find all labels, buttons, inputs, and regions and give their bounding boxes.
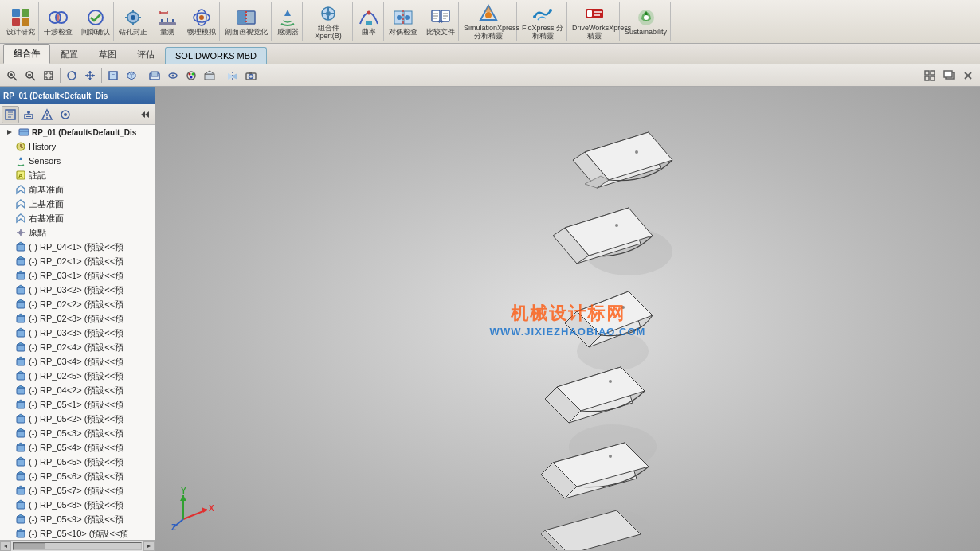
svg-point-22 [199,15,204,20]
tree-rp03-2-icon [14,283,27,296]
driveWorksXpress-btn[interactable]: DriveWorksXpress 精靈 [569,2,620,41]
tab-assembly[interactable]: 组合件 [3,44,50,64]
design-study-btn[interactable]: 设计研究 [3,2,39,41]
svg-marker-172 [17,471,25,474]
tab-sketch[interactable]: 草图 [88,45,127,64]
tree-rp04-1[interactable]: (-) RP_04<1> (預設<<預 [0,240,155,254]
zoom-fit-btn[interactable] [40,67,57,84]
tree-rp05-2[interactable]: (-) RP_05<2> (預設<<預 [0,412,155,426]
property-manager-btn[interactable] [20,106,37,123]
tree-rp05-2-icon [14,412,27,425]
svg-text:F: F [112,73,115,79]
tree-rp02-1[interactable]: (-) RP_02<1> (預設<<預 [0,254,155,268]
tree-right-plane[interactable]: 右基准面 [0,211,155,225]
assembly-xpert-label: 组合件Xpert(B) [308,25,349,41]
sustainability-label: Sustainability [625,29,667,37]
scene-btn[interactable] [201,67,218,84]
tree-rp03-1[interactable]: (-) RP_03<1> (預設<<預 [0,268,155,283]
svg-point-6 [88,10,103,25]
hide-show-btn[interactable] [164,67,182,84]
symmetry-check-btn[interactable]: 对偶检查 [386,2,421,41]
tree-rp03-3-label: (-) RP_03<3> (預設<<預 [29,327,123,339]
expand-sidebar-btn[interactable] [135,106,153,123]
tree-rp05-1[interactable]: (-) RP_05<1> (預設<<預 [0,397,155,412]
tree-rp05-5[interactable]: (-) RP_05<5> (預設<<預 [0,455,155,469]
axes-indicator: X Y Z [171,487,211,527]
tree-rp02-4[interactable]: (-) RP_02<4> (預設<<預 [0,340,155,354]
tab-evaluate[interactable]: 评估 [127,45,165,64]
tree-front-plane[interactable]: 前基准面 [0,182,155,197]
simulation-xpress-btn[interactable]: SimulationXpress 分析精靈 [461,2,517,41]
section-view-btn[interactable]: 剖面画视觉化 [221,2,272,41]
tree-rp02-2[interactable]: (-) RP_02<2> (預設<<預 [0,297,155,311]
tree-sensors[interactable]: Sensors [0,154,155,168]
simulation-xpress-icon [477,2,500,25]
window-tile-btn[interactable] [921,67,939,84]
scroll-left-btn[interactable] [0,541,11,551]
close-panel-btn[interactable] [959,67,977,84]
clearance-btn[interactable]: 间隙确认 [78,2,114,41]
tree-rp05-10[interactable]: (-) RP_05<10> (預設<<預 [0,526,155,540]
tab-solidworks-mbd[interactable]: SOLIDWORKS MBD [165,47,267,64]
svg-marker-154 [17,342,25,345]
svg-point-207 [609,455,612,458]
svg-point-122 [64,113,67,116]
tree-rp05-8[interactable]: (-) RP_05<8> (預設<<預 [0,498,155,512]
tree-note[interactable]: A 註記 [0,168,155,182]
tree-rp02-3[interactable]: (-) RP_02<3> (預設<<預 [0,311,155,326]
tree-origin-label: 原點 [29,227,46,239]
tree-rp03-3[interactable]: (-) RP_03<3> (預設<<預 [0,326,155,340]
tree-history[interactable]: History [0,139,155,154]
3d-viewport[interactable]: 机械设计标网 WWW.JIXIEZHAOBIAO.COM X Y Z [155,87,980,551]
tree-rp05-1-label: (-) RP_05<1> (預設<<預 [29,399,123,411]
tree-rp02-5[interactable]: (-) RP_02<5> (預設<<預 [0,369,155,383]
view-rotate-btn[interactable] [63,67,80,84]
display-style-btn[interactable] [146,67,163,84]
tree-rp05-3-label: (-) RP_05<3> (預設<<預 [29,428,123,440]
sustainability-btn[interactable]: Sustainability [621,2,671,41]
svg-rect-68 [45,72,53,80]
svg-point-191 [635,150,638,154]
tree-rp05-4[interactable]: (-) RP_05<4> (預設<<預 [0,440,155,455]
tree-rp03-4-icon [14,355,27,368]
physical-sim-btn[interactable]: 物理模拟 [184,2,220,41]
svg-rect-90 [151,72,158,76]
tree-rp05-9[interactable]: (-) RP_05<9> (預設<<預 [0,512,155,526]
assembly-xpert-btn[interactable]: 组合件Xpert(B) [304,2,353,41]
tree-rp04-2[interactable]: (-) RP_04<2> (預設<<預 [0,383,155,397]
front-view-btn[interactable]: F [104,67,122,84]
floXpress-btn[interactable]: FloXpress 分析精靈 [519,2,567,41]
display-manager-btn[interactable] [57,106,74,123]
appearance-btn[interactable] [182,67,200,84]
tree-top-plane[interactable]: 上基准面 [0,197,155,211]
window-cascade-btn[interactable] [940,67,958,84]
sensors-btn[interactable]: 感测器 [273,2,303,41]
measure-btn[interactable]: 量测 [153,2,182,41]
tree-rp05-3[interactable]: (-) RP_05<3> (預設<<預 [0,426,155,440]
svg-marker-150 [17,314,25,316]
tree-origin[interactable]: 原點 [0,225,155,240]
compare-doc-btn[interactable]: 比较文件 [423,2,459,41]
interference-btn[interactable]: 干涉检查 [41,2,76,41]
zoom-out-btn[interactable] [22,67,39,84]
feature-manager-btn[interactable] [2,106,19,123]
svg-point-120 [46,117,48,119]
scroll-right-btn[interactable] [143,541,155,551]
tree-rp03-4[interactable]: (-) RP_03<4> (預設<<預 [0,354,155,369]
tree-rp05-7[interactable]: (-) RP_05<7> (預設<<預 [0,483,155,498]
horizontal-scrollbar-thumb[interactable] [14,543,45,549]
camera-btn[interactable] [242,67,260,84]
tab-config[interactable]: 配置 [50,45,88,64]
tree-rp03-2[interactable]: (-) RP_03<2> (預設<<預 [0,283,155,297]
3d-view-btn[interactable] [123,67,140,84]
curvature-btn[interactable]: 曲率 [355,2,384,41]
config-manager-btn[interactable] [38,106,56,123]
view-pan-btn[interactable] [81,67,99,84]
tree-rp05-7-label: (-) RP_05<7> (預設<<預 [29,485,123,497]
horizontal-scrollbar-track[interactable] [13,542,142,550]
tree-rp05-6[interactable]: (-) RP_05<6> (預設<<預 [0,469,155,483]
section-view-2-btn[interactable] [224,67,241,84]
tree-root[interactable]: RP_01 (Default<Default_Dis [0,125,155,139]
zoom-in-btn[interactable] [3,67,21,84]
hole-wizard-btn[interactable]: 钻孔封正 [116,2,151,41]
